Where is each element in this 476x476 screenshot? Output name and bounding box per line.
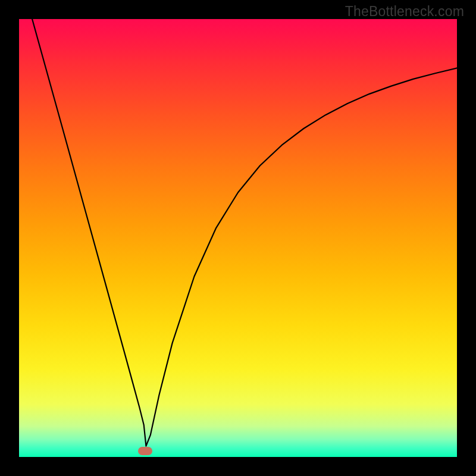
watermark-text: TheBottleneck.com bbox=[345, 4, 464, 20]
plot-area bbox=[19, 19, 457, 457]
optimal-point-marker bbox=[138, 447, 152, 455]
curve-layer bbox=[19, 19, 457, 457]
bottleneck-curve bbox=[32, 19, 457, 446]
chart-frame: TheBottleneck.com bbox=[0, 0, 476, 476]
